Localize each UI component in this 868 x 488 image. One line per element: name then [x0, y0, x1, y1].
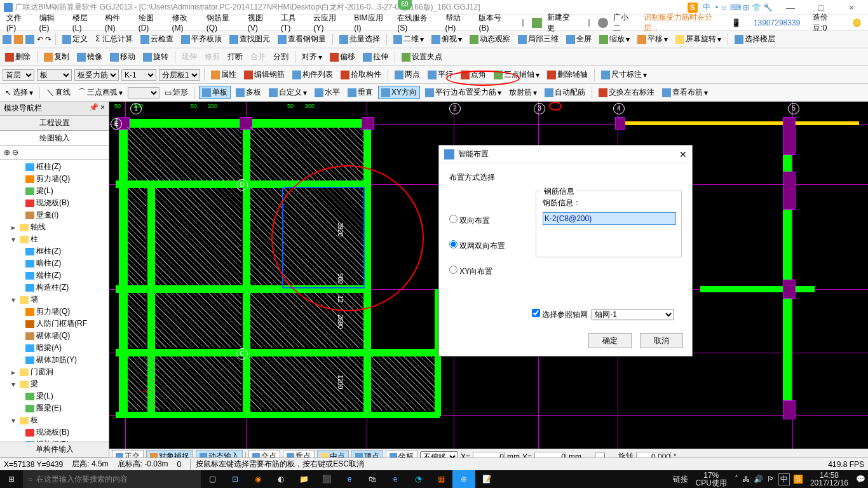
attr-button[interactable]: 属性: [208, 69, 239, 80]
tray-ime-icon[interactable]: 中: [778, 473, 790, 485]
tree-node[interactable]: 构造柱(Z): [3, 281, 109, 294]
app-3-icon[interactable]: ◐: [269, 470, 292, 488]
single-slab-button[interactable]: 单板: [199, 86, 231, 99]
tab-project-settings[interactable]: 工程设置: [0, 116, 109, 131]
ltype-select[interactable]: [128, 87, 159, 98]
floor-select[interactable]: 首层: [3, 69, 34, 81]
grip-button[interactable]: 设置夹点: [399, 51, 445, 62]
move-button[interactable]: 移动: [107, 51, 138, 62]
xy-button[interactable]: XY方向: [378, 86, 420, 99]
axis-checkbox[interactable]: 选择参照轴网: [532, 309, 588, 320]
layer-select[interactable]: 分层板1: [159, 69, 200, 81]
save-icon[interactable]: [25, 35, 34, 44]
tree-node[interactable]: 框柱(Z): [3, 245, 109, 257]
tree-node[interactable]: ▾柱: [3, 233, 109, 245]
horiz-button[interactable]: 水平: [312, 87, 342, 98]
align-button[interactable]: 对齐 ▾: [299, 51, 325, 62]
menu-cloud[interactable]: 云应用(Y): [309, 11, 349, 34]
menu-file[interactable]: 文件(F): [3, 11, 34, 34]
menu-modify[interactable]: 修改(M): [168, 11, 201, 34]
tree-node[interactable]: 梁(L): [3, 390, 109, 402]
pan-button[interactable]: 平移 ▾: [635, 34, 670, 44]
dialog-close-button[interactable]: ✕: [679, 149, 687, 159]
tree-node[interactable]: 人防门框墙(RF: [3, 318, 109, 330]
three-point-axis-button[interactable]: 三点辅轴 ▾: [491, 69, 542, 80]
pick-member-button[interactable]: 拾取构件: [338, 69, 384, 80]
tree-node[interactable]: 暗柱(Z): [3, 257, 109, 269]
axis-select[interactable]: 轴网-1: [592, 309, 674, 320]
rect-button[interactable]: ▭矩形: [162, 87, 191, 98]
task-view-icon[interactable]: ▢: [201, 470, 224, 488]
swap-label-button[interactable]: 交换左右标注: [596, 87, 657, 98]
tree-node[interactable]: 剪力墙(Q): [3, 173, 109, 185]
view-rebar-layout-button[interactable]: 查看布筋 ▾: [660, 87, 710, 98]
tree-node[interactable]: ▸轴线: [3, 221, 109, 233]
delete-axis-button[interactable]: 删除辅轴: [545, 69, 590, 80]
align-top-button[interactable]: 平齐板顶: [179, 34, 224, 44]
screen-rotate-button[interactable]: 屏幕旋转 ▾: [673, 34, 724, 44]
menu-draw[interactable]: 绘图(D): [135, 11, 167, 34]
menu-help[interactable]: 帮助(H): [442, 11, 474, 34]
app-5-icon[interactable]: ⬛: [315, 470, 338, 488]
menu-bim[interactable]: BIM应用(I): [350, 11, 392, 34]
define-button[interactable]: 定义: [60, 34, 90, 44]
new-change[interactable]: 新建变更: [543, 11, 580, 35]
tree-node[interactable]: ▾墙: [3, 294, 109, 306]
radio-bidirectional[interactable]: 双向布置: [449, 215, 532, 226]
copy-button[interactable]: 复制: [41, 51, 72, 62]
local-3d-button[interactable]: 局部三维: [515, 34, 561, 44]
tree-node[interactable]: ▸门窗洞: [3, 366, 109, 378]
radial-button[interactable]: 放射筋 ▾: [506, 87, 539, 98]
app-6-icon[interactable]: ◔: [407, 470, 430, 488]
tree-node[interactable]: ▾梁: [3, 378, 109, 390]
line-button[interactable]: ＼直线: [44, 87, 73, 98]
tree-node[interactable]: 现浇板(B): [3, 426, 109, 438]
cancel-button[interactable]: 取消: [640, 333, 683, 348]
2d-button[interactable]: 二维 ▾: [391, 34, 426, 44]
arc-button[interactable]: ⌒三点画弧 ▾: [76, 87, 125, 98]
view-rebar-button[interactable]: 查看钢钢量: [275, 34, 329, 44]
edge-icon[interactable]: e: [338, 470, 361, 488]
select-floor-button[interactable]: 选择楼层: [732, 34, 778, 44]
cloud-check-button[interactable]: 云检查: [138, 34, 176, 44]
pin-icon[interactable]: 📌 ×: [89, 103, 105, 114]
tab-draw-input[interactable]: 绘图输入: [0, 131, 109, 146]
type-select[interactable]: 板: [37, 69, 72, 81]
app-1-icon[interactable]: ⊡: [224, 470, 247, 488]
app-4-icon[interactable]: 📁: [292, 470, 315, 488]
menu-rebar[interactable]: 钢筋量(Q): [203, 11, 243, 34]
subtype-select[interactable]: 板受力筋: [74, 69, 119, 81]
menu-floor[interactable]: 楼层(L): [69, 11, 100, 34]
edit-rebar-button[interactable]: 编辑钢筋: [241, 69, 287, 80]
coin-icon[interactable]: 🪙: [848, 17, 865, 29]
break-button[interactable]: 打断: [225, 51, 245, 62]
parallel-button[interactable]: 平行: [425, 69, 456, 80]
open-icon[interactable]: [14, 35, 23, 44]
tree-node[interactable]: 壁龛(I): [3, 209, 109, 221]
name-select[interactable]: K-1: [121, 69, 156, 81]
app-2-icon[interactable]: ◉: [247, 470, 269, 488]
user-name[interactable]: 广小二: [609, 11, 639, 35]
tree-node[interactable]: 剪力墙(Q): [3, 306, 109, 318]
angle-button[interactable]: 点角: [458, 69, 489, 80]
stretch-button[interactable]: 拉伸: [360, 51, 391, 62]
tree-node[interactable]: 暗梁(A): [3, 342, 109, 354]
start-button[interactable]: ⊞: [0, 470, 23, 488]
store-icon[interactable]: 🛍: [361, 470, 384, 488]
ie-icon[interactable]: e: [384, 470, 407, 488]
tray-link[interactable]: 链接: [673, 474, 688, 485]
taskbar-search[interactable]: ○在这里输入你要搜索的内容: [23, 470, 201, 488]
rebar-info-input[interactable]: [543, 212, 676, 225]
tree-node[interactable]: 圈梁(E): [3, 402, 109, 414]
vert-button[interactable]: 垂直: [345, 87, 376, 98]
ok-button[interactable]: 确定: [588, 333, 632, 348]
top-view-button[interactable]: 俯视 ▾: [429, 34, 465, 44]
tray-sogou-icon[interactable]: S: [794, 475, 803, 484]
phone-number[interactable]: 13907298339: [750, 17, 804, 29]
fullscreen-button[interactable]: 全屏: [564, 34, 594, 44]
tray-flag-icon[interactable]: 🏳: [767, 475, 775, 484]
split-button[interactable]: 分割: [271, 51, 291, 62]
tray-clock[interactable]: 14:582017/12/16: [806, 471, 852, 487]
tray-vol-icon[interactable]: 🔊: [754, 475, 763, 484]
menu-version[interactable]: 版本号(B): [475, 11, 514, 34]
